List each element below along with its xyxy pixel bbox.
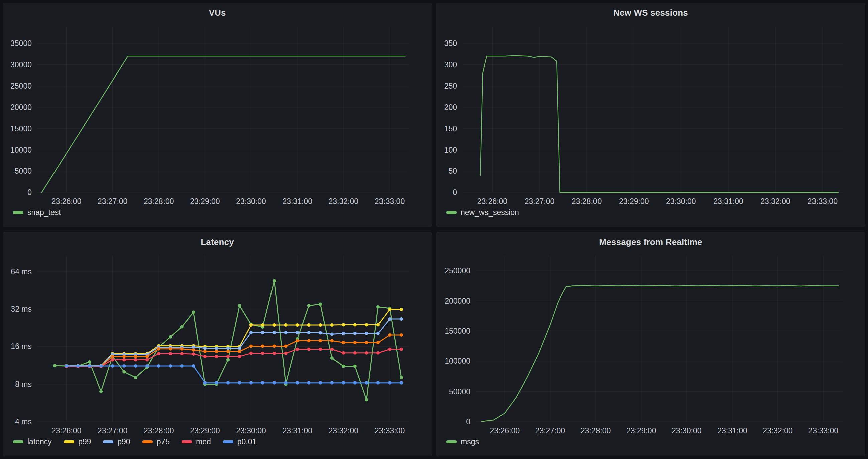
y-tick-label: 10000 <box>10 146 32 154</box>
y-tick-label: 300 <box>444 61 457 69</box>
series-point-p0.01 <box>388 381 391 385</box>
series-point-latency <box>88 360 91 364</box>
series-point-med <box>261 352 265 355</box>
legend-item-p99[interactable]: p99 <box>64 438 91 446</box>
legend-item-p90[interactable]: p90 <box>103 438 130 446</box>
legend-swatch-icon <box>143 440 153 443</box>
series-point-p99 <box>249 323 253 327</box>
new-ws-sessions-plot-host: 05010015020025030035023:26:0023:27:0023:… <box>436 3 865 227</box>
legend-label: p99 <box>78 438 91 446</box>
series-point-p75 <box>111 355 114 358</box>
y-tick-label: 32 ms <box>11 305 32 313</box>
series-point-p0.01 <box>330 381 334 385</box>
series-point-p90 <box>342 332 345 335</box>
legend-item-p0.01[interactable]: p0.01 <box>223 438 257 446</box>
series-point-p75 <box>261 345 265 348</box>
series-point-p90 <box>365 332 368 335</box>
series-point-latency <box>273 279 276 282</box>
y-tick-label: 150 <box>444 124 457 133</box>
legend-item-snap_test[interactable]: snap_test <box>13 209 61 217</box>
series-point-med <box>400 348 403 351</box>
y-tick-label: 15000 <box>10 124 32 133</box>
series-point-p0.01 <box>192 364 195 368</box>
series-point-p75 <box>168 348 172 351</box>
x-tick-label: 23:29:00 <box>626 426 656 435</box>
latency-legend: latencyp99p90p75medp0.01 <box>13 438 256 446</box>
series-point-p75 <box>157 348 160 351</box>
x-tick-label: 23:31:00 <box>713 197 743 206</box>
latency-plot-area[interactable]: 4 ms8 ms16 ms32 ms64 ms23:26:0023:27:002… <box>3 232 432 457</box>
legend-item-p75[interactable]: p75 <box>143 438 169 446</box>
legend-label: med <box>196 438 211 446</box>
x-tick-label: 23:33:00 <box>375 426 405 435</box>
series-point-p75 <box>122 355 126 358</box>
series-point-p90 <box>376 332 380 335</box>
series-point-p0.01 <box>342 381 345 385</box>
series-snap_test <box>42 56 405 192</box>
legend-swatch-icon <box>446 440 457 443</box>
legend-swatch-icon <box>182 440 192 443</box>
y-tick-label: 0 <box>27 188 32 197</box>
series-point-latency <box>307 304 311 307</box>
series-point-med <box>146 358 149 361</box>
series-point-p99 <box>365 323 368 326</box>
x-tick-label: 23:32:00 <box>763 426 793 435</box>
series-point-p99 <box>261 323 265 327</box>
vus-plot-area[interactable]: 0500010000150002000025000300003500023:26… <box>3 3 432 228</box>
y-tick-label: 50 <box>448 167 457 175</box>
series-point-p75 <box>353 341 357 345</box>
x-tick-label: 23:27:00 <box>98 197 128 206</box>
y-tick-label: 64 ms <box>11 267 32 276</box>
series-point-p0.01 <box>400 381 403 385</box>
series-point-p0.01 <box>238 381 241 385</box>
legend-item-msgs[interactable]: msgs <box>446 438 479 446</box>
x-tick-label: 23:30:00 <box>236 426 266 435</box>
legend-item-latency[interactable]: latency <box>13 438 52 446</box>
x-tick-label: 23:33:00 <box>375 197 405 206</box>
legend-swatch-icon <box>446 211 457 214</box>
panel-vus: VUs 050001000015000200002500030000350002… <box>3 3 432 227</box>
series-point-latency <box>330 356 334 360</box>
y-tick-label: 150000 <box>445 327 470 335</box>
series-point-p0.01 <box>168 364 172 368</box>
legend-item-med[interactable]: med <box>182 438 211 446</box>
legend-label: msgs <box>461 438 479 446</box>
series-point-p99 <box>353 323 357 326</box>
series-point-p75 <box>376 341 380 345</box>
legend-swatch-icon <box>13 440 23 443</box>
x-tick-label: 23:28:00 <box>144 197 174 206</box>
x-tick-label: 23:26:00 <box>52 426 82 435</box>
x-tick-label: 23:28:00 <box>144 426 174 435</box>
series-point-med <box>122 358 126 361</box>
series-point-med <box>168 352 172 355</box>
series-msgs <box>482 286 839 422</box>
series-point-p99 <box>319 323 322 327</box>
panel-messages-from-realtime: Messages from Realtime 05000010000015000… <box>436 232 865 456</box>
series-point-med <box>307 348 311 351</box>
series-point-p0.01 <box>180 364 184 368</box>
series-point-med <box>273 352 276 355</box>
x-tick-label: 23:31:00 <box>282 197 312 206</box>
series-point-med <box>365 352 368 355</box>
series-point-med <box>319 348 322 351</box>
series-point-p75 <box>284 345 287 348</box>
series-point-p75 <box>192 349 195 352</box>
series-point-p0.01 <box>273 381 276 385</box>
x-tick-label: 23:29:00 <box>190 197 220 206</box>
series-point-p75 <box>249 345 253 348</box>
legend-item-new_ws_session[interactable]: new_ws_session <box>446 209 519 217</box>
new-ws-sessions-plot-area[interactable]: 05010015020025030035023:26:0023:27:0023:… <box>436 3 866 228</box>
messages-from-realtime-plot-area[interactable]: 05000010000015000020000025000023:26:0023… <box>436 232 866 457</box>
x-tick-label: 23:30:00 <box>672 426 702 435</box>
y-tick-label: 200000 <box>445 297 470 305</box>
series-point-p75 <box>319 339 322 342</box>
legend-swatch-icon <box>223 440 234 443</box>
series-point-p75 <box>146 355 149 358</box>
series-point-p0.01 <box>249 381 253 385</box>
panel-new-ws-sessions: New WS sessions 05010015020025030035023:… <box>436 3 865 227</box>
series-point-p99 <box>273 323 276 327</box>
series-point-latency <box>353 365 357 368</box>
y-tick-label: 4 ms <box>15 417 32 426</box>
series-point-p0.01 <box>284 381 287 385</box>
series-point-p90 <box>215 347 218 350</box>
